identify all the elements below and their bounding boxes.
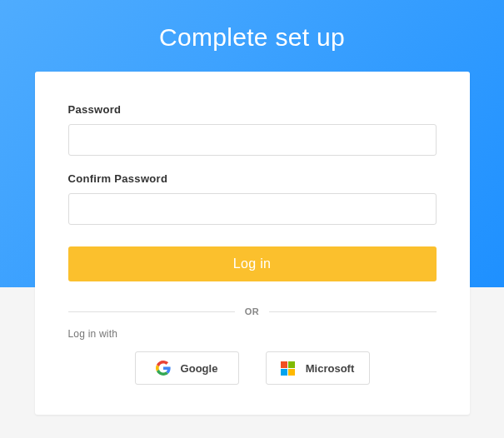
- divider-text: OR: [235, 306, 270, 316]
- or-divider: OR: [68, 306, 437, 316]
- microsoft-icon: [281, 361, 296, 376]
- microsoft-button[interactable]: Microsoft: [266, 351, 370, 385]
- login-button[interactable]: Log in: [68, 246, 437, 281]
- password-input[interactable]: [68, 124, 437, 156]
- divider-line-right: [269, 311, 436, 312]
- confirm-password-group: Confirm Password: [68, 172, 437, 225]
- microsoft-button-label: Microsoft: [306, 362, 355, 375]
- page-title: Complete set up: [0, 0, 504, 52]
- password-label: Password: [68, 103, 437, 116]
- confirm-password-input[interactable]: [68, 193, 437, 225]
- google-button[interactable]: Google: [135, 351, 239, 385]
- divider-line-left: [68, 311, 235, 312]
- setup-card: Password Confirm Password Log in OR Log …: [35, 72, 470, 415]
- login-with-label: Log in with: [68, 328, 437, 340]
- google-icon: [156, 361, 171, 376]
- password-group: Password: [68, 103, 437, 156]
- social-buttons-row: Google Microsoft: [68, 351, 437, 385]
- confirm-password-label: Confirm Password: [68, 172, 437, 185]
- google-button-label: Google: [181, 362, 218, 375]
